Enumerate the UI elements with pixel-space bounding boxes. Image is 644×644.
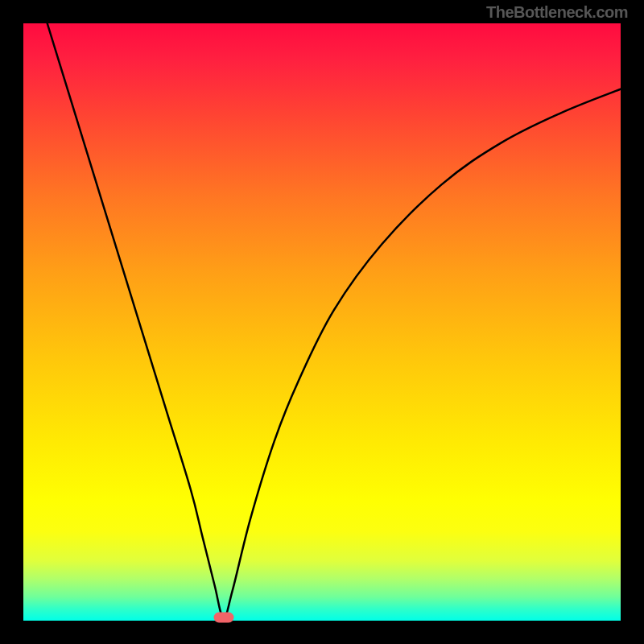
curve-svg: [23, 23, 621, 621]
plot-area: [23, 23, 621, 621]
bottleneck-curve: [47, 23, 621, 617]
attribution-label: TheBottleneck.com: [486, 3, 628, 22]
optimal-point-marker: [213, 613, 233, 623]
chart-container: TheBottleneck.com: [0, 0, 644, 644]
